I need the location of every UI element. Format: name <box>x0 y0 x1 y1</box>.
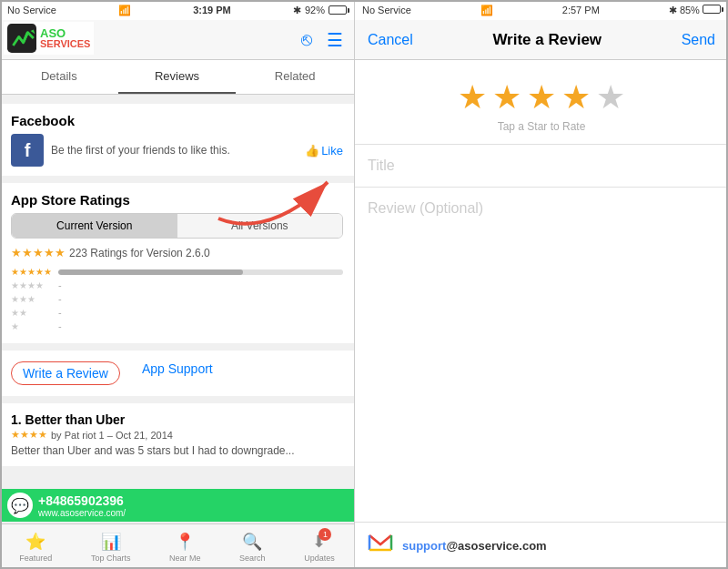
version-tabs: Current Version All Versions <box>11 213 343 239</box>
search-icon: 🔍 <box>242 532 262 552</box>
facebook-title: Facebook <box>11 113 343 128</box>
review-by: by Pat riot 1 – Oct 21, 2014 <box>51 430 173 441</box>
tab-reviews[interactable]: Reviews <box>118 60 237 94</box>
logo-text-block: ASO SERVICES <box>40 27 90 49</box>
facebook-section: Facebook f Be the first of your friends … <box>0 104 354 176</box>
review-stars: ★★★★ <box>11 429 47 441</box>
facebook-logo-icon: f <box>11 134 44 167</box>
action-links: Write a Review App Support <box>0 351 354 396</box>
rating-row-1: ★ - <box>11 320 343 331</box>
stars-row[interactable]: ★ ★ ★ ★ ★ <box>458 78 625 117</box>
tab-all-versions[interactable]: All Versions <box>177 214 343 238</box>
logo-services: SERVICES <box>40 39 90 49</box>
tab-updates[interactable]: ⬇ 1 Updates <box>304 532 335 563</box>
featured-icon: ⭐ <box>25 532 46 552</box>
write-review-link[interactable]: Write a Review <box>11 361 120 385</box>
star-3[interactable]: ★ <box>527 78 556 117</box>
stars-1: ★ <box>11 321 53 331</box>
cancel-button[interactable]: Cancel <box>368 32 413 48</box>
rating-row-3: ★★★ - <box>11 293 343 304</box>
star-5[interactable]: ★ <box>596 78 625 117</box>
ratings-label: 223 Ratings for Version 2.6.0 <box>69 247 210 259</box>
time-left: 3:19 PM <box>193 5 231 15</box>
bottom-tab-bar-left: ⭐ Featured 📊 Top Charts 📍 Near Me 🔍 Sear… <box>0 523 354 569</box>
updates-badge: 1 <box>318 528 331 541</box>
app-support-link[interactable]: App Support <box>142 361 213 385</box>
nav-bar-right: Cancel Write a Review Send <box>355 20 728 60</box>
stars-5: ★★★★★ <box>11 267 53 277</box>
share-icon[interactable]: ⎋ <box>301 29 312 50</box>
top-charts-icon: 📊 <box>101 532 121 552</box>
dash-3: - <box>58 293 62 304</box>
carrier-right: No Service <box>362 5 411 15</box>
carrier-left: No Service <box>7 5 56 15</box>
facebook-like-button[interactable]: 👍 Like <box>305 144 343 157</box>
facebook-description: Be the first of your friends to like thi… <box>51 144 298 157</box>
battery-icon-left <box>329 5 347 15</box>
send-button[interactable]: Send <box>682 32 715 48</box>
summary-stars: ★★★★★ <box>11 246 66 259</box>
title-placeholder: Title <box>368 157 395 173</box>
title-field[interactable]: Title <box>355 145 728 188</box>
stars-2: ★★ <box>11 308 53 318</box>
logo-overlay: ASO SERVICES <box>4 22 94 55</box>
app-container: No Service 📶 3:19 PM ✱ 92% ASO SER <box>0 0 728 569</box>
content-left: Facebook f Be the first of your friends … <box>0 95 354 523</box>
review-field[interactable]: Review (Optional) <box>355 188 728 569</box>
tab-updates-label: Updates <box>304 554 335 563</box>
tab-search-label: Search <box>239 554 266 563</box>
tab-near-me-label: Near Me <box>169 554 201 563</box>
bar-fill-5 <box>58 269 243 275</box>
bottom-contact-right: support@asoservice.com <box>355 522 728 569</box>
ratings-title: App Store Ratings <box>11 192 343 208</box>
bluetooth-icon: ✱ <box>293 5 301 16</box>
tab-details[interactable]: Details <box>0 60 118 94</box>
rating-row-4: ★★★★ - <box>11 279 343 290</box>
logo-svg-icon <box>7 24 36 53</box>
ratings-section: App Store Ratings Current Version All Ve… <box>0 183 354 343</box>
contact-overlay: 💬 +84865902396 www.asoservice.com/ <box>0 489 354 522</box>
review-form-title: Write a Review <box>492 31 602 49</box>
status-bar-left: No Service 📶 3:19 PM ✱ 92% <box>0 0 354 20</box>
status-bar-right: No Service 📶 2:57 PM ✱ 85% <box>355 0 728 20</box>
tab-related[interactable]: Related <box>236 60 354 94</box>
tab-top-charts[interactable]: 📊 Top Charts <box>91 532 131 563</box>
tab-current-version[interactable]: Current Version <box>12 214 177 238</box>
star-2[interactable]: ★ <box>492 78 521 117</box>
tab-featured-label: Featured <box>19 554 52 563</box>
contact-text: +84865902396 www.asoservice.com/ <box>38 493 126 518</box>
rating-row-2: ★★ - <box>11 307 343 318</box>
bar-track-5 <box>58 269 343 275</box>
time-right: 2:57 PM <box>562 5 600 15</box>
thumbs-up-icon: 👍 <box>305 144 319 157</box>
review-form: ★ ★ ★ ★ ★ Tap a Star to Rate Title Revie… <box>355 60 728 569</box>
battery-icon-right <box>703 5 721 14</box>
review-text: Better than Uber and was 5 stars but I h… <box>11 444 343 457</box>
updates-badge-wrapper: ⬇ 1 <box>312 532 326 552</box>
menu-icon[interactable]: ☰ <box>327 29 343 51</box>
tap-star-label: Tap a Star to Rate <box>498 120 586 133</box>
whatsapp-icon: 💬 <box>7 493 33 518</box>
star-1[interactable]: ★ <box>458 78 487 117</box>
star-4[interactable]: ★ <box>561 78 591 117</box>
dash-4: - <box>58 279 62 290</box>
tab-search[interactable]: 🔍 Search <box>239 532 266 563</box>
review-meta: ★★★★ by Pat riot 1 – Oct 21, 2014 <box>11 429 343 441</box>
dash-2: - <box>58 307 62 318</box>
gmail-icon <box>366 528 395 564</box>
bluetooth-icon-right: ✱ <box>669 5 677 15</box>
support-email: support@asoservice.com <box>402 539 547 553</box>
tab-featured[interactable]: ⭐ Featured <box>19 532 52 563</box>
battery-pct-right: 85% <box>680 5 700 15</box>
tab-near-me[interactable]: 📍 Near Me <box>169 532 201 563</box>
review-item-1: 1. Better than Uber ★★★★ by Pat riot 1 –… <box>0 403 354 466</box>
right-phone-panel: No Service 📶 2:57 PM ✱ 85% Cancel Write … <box>355 0 728 569</box>
ratings-summary: ★★★★★ 223 Ratings for Version 2.6.0 <box>11 246 343 259</box>
wifi-icon: 📶 <box>118 5 131 16</box>
battery-pct-left: 92% <box>305 5 325 15</box>
star-rating-area: ★ ★ ★ ★ ★ Tap a Star to Rate <box>355 60 728 145</box>
review-placeholder: Review (Optional) <box>368 200 483 216</box>
wifi-icon-right: 📶 <box>480 5 493 16</box>
stars-3: ★★★ <box>11 294 53 304</box>
review-title: 1. Better than Uber <box>11 412 343 427</box>
